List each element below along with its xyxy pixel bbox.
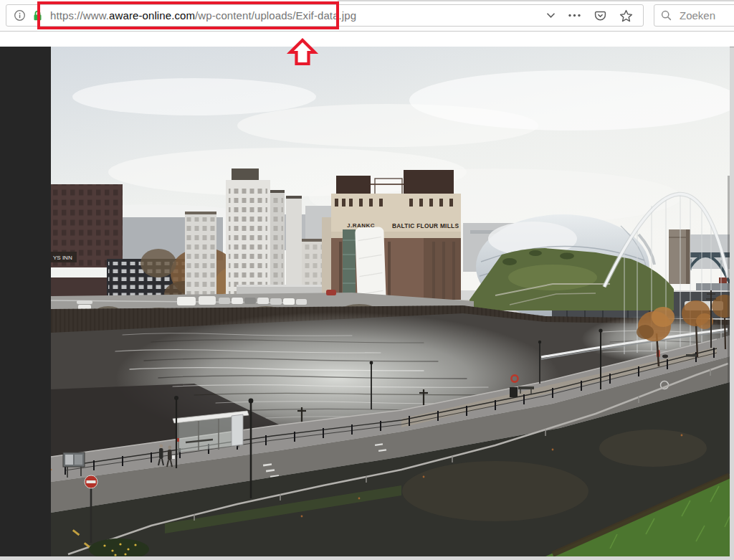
toolbar-top-border <box>338 0 734 1</box>
annotation-arrow-up-icon <box>286 38 319 67</box>
photo-exif-data-jpg: YS INN <box>51 47 730 556</box>
search-bar[interactable] <box>654 4 734 27</box>
page-info-icon[interactable] <box>14 9 26 22</box>
search-input[interactable] <box>678 9 734 22</box>
bookmark-star-icon[interactable] <box>619 9 633 22</box>
baltic-sign-text: BALTIC FLOUR MILLS <box>392 222 459 229</box>
url-highlight-box <box>37 1 339 29</box>
pocket-icon[interactable] <box>594 9 607 22</box>
browser-window: https://www.aware-online.com/wp-content/… <box>0 0 734 560</box>
inn-sign-text: YS INN <box>53 255 72 261</box>
search-icon <box>661 10 672 21</box>
viewer-left-black-bar <box>0 47 51 556</box>
page-actions-dots-icon[interactable] <box>568 14 581 17</box>
photo-right-edge <box>728 176 730 477</box>
red-car <box>326 290 336 295</box>
shelter-ad-panel <box>232 414 243 446</box>
litter-bin <box>510 387 518 397</box>
url-dropdown-chevron-icon[interactable] <box>546 12 556 19</box>
white-bag <box>172 455 175 459</box>
